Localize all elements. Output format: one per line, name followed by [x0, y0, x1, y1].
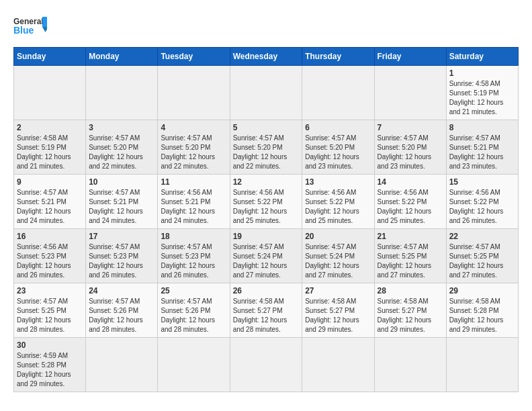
svg-text:Blue: Blue	[13, 25, 34, 36]
day-number: 5	[233, 123, 300, 132]
day-number: 14	[378, 177, 443, 187]
calendar-cell: 21Sunrise: 4:57 AM Sunset: 5:25 PM Dayli…	[374, 229, 446, 283]
day-number: 27	[305, 286, 371, 295]
day-number: 22	[449, 232, 515, 241]
weekday-header-monday: Monday	[86, 48, 158, 66]
day-number: 18	[161, 232, 226, 241]
day-number: 15	[449, 177, 515, 187]
calendar-cell: 7Sunrise: 4:57 AM Sunset: 5:20 PM Daylig…	[374, 120, 446, 175]
day-info: Sunrise: 4:58 AM Sunset: 5:27 PM Dayligh…	[305, 297, 371, 334]
day-info: Sunrise: 4:58 AM Sunset: 5:19 PM Dayligh…	[449, 79, 515, 117]
day-info: Sunrise: 4:58 AM Sunset: 5:28 PM Dayligh…	[449, 297, 515, 334]
logo: General Blue	[13, 13, 47, 40]
calendar-cell: 10Sunrise: 4:57 AM Sunset: 5:21 PM Dayli…	[86, 175, 158, 229]
calendar-cell	[158, 66, 230, 120]
calendar-cell: 25Sunrise: 4:57 AM Sunset: 5:26 PM Dayli…	[158, 283, 230, 338]
weekday-header-sunday: Sunday	[14, 48, 86, 66]
calendar-cell: 14Sunrise: 4:56 AM Sunset: 5:22 PM Dayli…	[374, 175, 446, 229]
day-number: 10	[89, 177, 154, 187]
day-number: 21	[378, 232, 443, 241]
calendar-cell: 8Sunrise: 4:57 AM Sunset: 5:21 PM Daylig…	[446, 120, 518, 175]
day-number: 30	[17, 340, 83, 350]
day-number: 2	[17, 123, 83, 132]
calendar-cell: 20Sunrise: 4:57 AM Sunset: 5:24 PM Dayli…	[302, 229, 374, 283]
calendar-cell: 23Sunrise: 4:57 AM Sunset: 5:25 PM Dayli…	[14, 283, 86, 338]
calendar-cell: 18Sunrise: 4:57 AM Sunset: 5:23 PM Dayli…	[158, 229, 230, 283]
calendar-cell: 19Sunrise: 4:57 AM Sunset: 5:24 PM Dayli…	[230, 229, 302, 283]
calendar-cell: 1Sunrise: 4:58 AM Sunset: 5:19 PM Daylig…	[446, 66, 518, 120]
calendar-cell: 30Sunrise: 4:59 AM Sunset: 5:28 PM Dayli…	[14, 338, 86, 392]
day-number: 24	[89, 286, 154, 295]
day-info: Sunrise: 4:57 AM Sunset: 5:23 PM Dayligh…	[89, 242, 154, 280]
calendar-cell: 5Sunrise: 4:57 AM Sunset: 5:20 PM Daylig…	[230, 120, 302, 175]
day-number: 17	[89, 232, 154, 241]
day-info: Sunrise: 4:57 AM Sunset: 5:25 PM Dayligh…	[449, 242, 515, 280]
day-info: Sunrise: 4:57 AM Sunset: 5:26 PM Dayligh…	[89, 297, 154, 334]
calendar-table: SundayMondayTuesdayWednesdayThursdayFrid…	[13, 47, 519, 392]
calendar-cell: 15Sunrise: 4:56 AM Sunset: 5:22 PM Dayli…	[446, 175, 518, 229]
day-info: Sunrise: 4:59 AM Sunset: 5:28 PM Dayligh…	[17, 351, 83, 389]
weekday-header-friday: Friday	[374, 48, 446, 66]
day-number: 1	[449, 68, 515, 78]
calendar-cell: 29Sunrise: 4:58 AM Sunset: 5:28 PM Dayli…	[446, 283, 518, 338]
calendar-cell: 24Sunrise: 4:57 AM Sunset: 5:26 PM Dayli…	[86, 283, 158, 338]
day-info: Sunrise: 4:57 AM Sunset: 5:20 PM Dayligh…	[233, 134, 300, 171]
calendar-cell	[230, 338, 302, 392]
day-number: 7	[378, 123, 443, 132]
calendar-cell: 27Sunrise: 4:58 AM Sunset: 5:27 PM Dayli…	[302, 283, 374, 338]
day-info: Sunrise: 4:57 AM Sunset: 5:21 PM Dayligh…	[17, 188, 83, 226]
day-info: Sunrise: 4:56 AM Sunset: 5:22 PM Dayligh…	[305, 188, 371, 226]
calendar-cell: 22Sunrise: 4:57 AM Sunset: 5:25 PM Dayli…	[446, 229, 518, 283]
calendar-cell: 9Sunrise: 4:57 AM Sunset: 5:21 PM Daylig…	[14, 175, 86, 229]
svg-marker-3	[42, 27, 47, 32]
calendar-cell	[374, 66, 446, 120]
day-info: Sunrise: 4:57 AM Sunset: 5:20 PM Dayligh…	[305, 134, 371, 171]
calendar-cell	[446, 338, 518, 392]
day-number: 3	[89, 123, 154, 132]
day-info: Sunrise: 4:58 AM Sunset: 5:27 PM Dayligh…	[378, 297, 443, 334]
day-number: 28	[378, 286, 443, 295]
calendar-cell	[302, 338, 374, 392]
calendar-cell	[158, 338, 230, 392]
day-info: Sunrise: 4:57 AM Sunset: 5:23 PM Dayligh…	[161, 242, 226, 280]
day-number: 13	[305, 177, 371, 187]
day-info: Sunrise: 4:57 AM Sunset: 5:20 PM Dayligh…	[378, 134, 443, 171]
calendar-cell	[14, 66, 86, 120]
svg-marker-2	[42, 17, 47, 27]
day-info: Sunrise: 4:56 AM Sunset: 5:22 PM Dayligh…	[378, 188, 443, 226]
day-info: Sunrise: 4:58 AM Sunset: 5:27 PM Dayligh…	[233, 297, 300, 334]
day-number: 11	[161, 177, 226, 187]
calendar-cell: 4Sunrise: 4:57 AM Sunset: 5:20 PM Daylig…	[158, 120, 230, 175]
day-info: Sunrise: 4:57 AM Sunset: 5:26 PM Dayligh…	[161, 297, 226, 334]
weekday-header-thursday: Thursday	[302, 48, 374, 66]
day-info: Sunrise: 4:57 AM Sunset: 5:21 PM Dayligh…	[449, 134, 515, 171]
calendar-cell	[374, 338, 446, 392]
day-info: Sunrise: 4:57 AM Sunset: 5:25 PM Dayligh…	[378, 242, 443, 280]
day-number: 16	[17, 232, 83, 241]
logo-svg: General Blue	[13, 13, 47, 40]
day-info: Sunrise: 4:58 AM Sunset: 5:19 PM Dayligh…	[17, 134, 83, 171]
day-info: Sunrise: 4:56 AM Sunset: 5:22 PM Dayligh…	[449, 188, 515, 226]
calendar-cell: 16Sunrise: 4:56 AM Sunset: 5:23 PM Dayli…	[14, 229, 86, 283]
day-number: 29	[449, 286, 515, 295]
day-number: 19	[233, 232, 300, 241]
day-number: 9	[17, 177, 83, 187]
calendar-cell: 6Sunrise: 4:57 AM Sunset: 5:20 PM Daylig…	[302, 120, 374, 175]
day-info: Sunrise: 4:57 AM Sunset: 5:25 PM Dayligh…	[17, 297, 83, 334]
day-info: Sunrise: 4:57 AM Sunset: 5:24 PM Dayligh…	[305, 242, 371, 280]
calendar-cell	[230, 66, 302, 120]
day-info: Sunrise: 4:57 AM Sunset: 5:20 PM Dayligh…	[89, 134, 154, 171]
day-number: 12	[233, 177, 300, 187]
day-info: Sunrise: 4:56 AM Sunset: 5:22 PM Dayligh…	[233, 188, 300, 226]
day-number: 20	[305, 232, 371, 241]
page-header: General Blue	[13, 13, 519, 40]
day-number: 23	[17, 286, 83, 295]
calendar-header: SundayMondayTuesdayWednesdayThursdayFrid…	[14, 48, 519, 66]
calendar-cell: 2Sunrise: 4:58 AM Sunset: 5:19 PM Daylig…	[14, 120, 86, 175]
day-number: 25	[161, 286, 226, 295]
day-info: Sunrise: 4:57 AM Sunset: 5:24 PM Dayligh…	[233, 242, 300, 280]
calendar-cell: 17Sunrise: 4:57 AM Sunset: 5:23 PM Dayli…	[86, 229, 158, 283]
day-number: 26	[233, 286, 300, 295]
day-info: Sunrise: 4:56 AM Sunset: 5:23 PM Dayligh…	[17, 242, 83, 280]
weekday-header-tuesday: Tuesday	[158, 48, 230, 66]
